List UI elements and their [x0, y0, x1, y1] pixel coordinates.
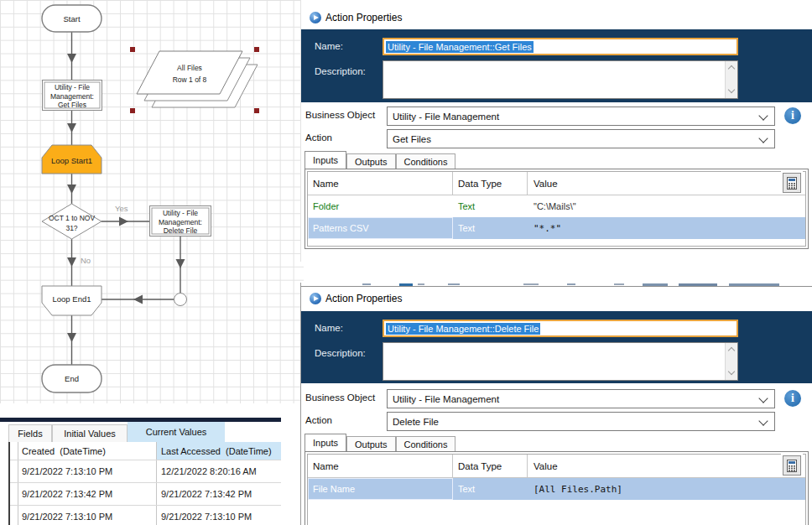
- expression-builder-button[interactable]: [783, 455, 801, 476]
- scroll-down-icon[interactable]: [728, 88, 735, 95]
- action-label: Action: [305, 415, 332, 425]
- chevron-down-icon: [758, 111, 768, 120]
- decision-line1: OCT 1 to NOV: [49, 214, 95, 222]
- arrowhead: [133, 295, 143, 304]
- description-textarea[interactable]: [383, 60, 738, 99]
- name-input-selected-text: Utility - File Management::Get Files: [386, 41, 534, 53]
- info-icon[interactable]: i: [784, 390, 801, 407]
- grid-row[interactable]: 9/21/2022 7:13:42 PM 9/21/2022 7:13:42 P…: [10, 483, 281, 506]
- column-header-created[interactable]: Created (DateTime): [18, 442, 157, 460]
- table-row-file-name[interactable]: File Name Text [All Files.Path]: [308, 478, 805, 500]
- arrowhead: [119, 217, 128, 226]
- tab-inputs[interactable]: Inputs: [304, 434, 346, 451]
- name-label: Name:: [315, 41, 343, 51]
- selection-handle[interactable]: [130, 108, 135, 113]
- inputs-table-inner: Name Data Type Value Folder Text "C:\Mai…: [307, 171, 806, 247]
- param-name[interactable]: File Name: [308, 478, 453, 500]
- flow-node-loop-end[interactable]: Loop End1: [42, 286, 102, 315]
- tab-initial-values[interactable]: Initial Values: [52, 424, 128, 442]
- selection-handle[interactable]: [254, 108, 259, 113]
- selection-handle[interactable]: [254, 47, 259, 52]
- tab-conditions[interactable]: Conditions: [396, 153, 456, 169]
- values-tabs: Fields Initial Values Current Values: [0, 422, 281, 442]
- action-dropdown[interactable]: Get Files: [387, 129, 775, 148]
- business-object-dropdown[interactable]: Utility - File Management: [387, 107, 775, 126]
- flow-node-loop-start[interactable]: Loop Start1: [42, 145, 102, 174]
- name-label: Name:: [315, 323, 343, 333]
- flow-node-get-files[interactable]: Utility - File Management: Get Files: [43, 81, 102, 111]
- description-textarea[interactable]: [383, 342, 738, 381]
- row-header-gutter: [10, 506, 18, 525]
- param-value[interactable]: "*.*": [528, 217, 805, 239]
- description-label: Description:: [315, 348, 366, 358]
- action-properties-icon: [310, 12, 321, 23]
- tab-outputs[interactable]: Outputs: [346, 153, 396, 169]
- param-value[interactable]: [All Files.Path]: [528, 478, 805, 500]
- io-tabs: Inputs Outputs Conditions: [304, 434, 455, 451]
- grid-row[interactable]: 9/21/2022 7:13:10 PM 9/21/2022 7:13:10 P…: [10, 506, 281, 525]
- grid-row[interactable]: 9/21/2022 7:13:10 PM 12/21/2022 8:20:16 …: [10, 460, 281, 483]
- scroll-down-icon[interactable]: [728, 370, 735, 377]
- header-value: Value: [528, 172, 805, 195]
- chevron-down-icon: [758, 393, 768, 403]
- all-files-label-line1: All Files: [177, 64, 202, 72]
- param-data-type: Text: [453, 195, 528, 217]
- process-diagram-canvas[interactable]: Yes No Start All Files Row 1 of 8 Uti: [0, 0, 304, 403]
- scroll-up-icon[interactable]: [728, 346, 735, 353]
- action-label: Action: [305, 133, 332, 143]
- data-item-values-panel: Fields Initial Values Current Values Cre…: [0, 418, 281, 525]
- param-data-type: Text: [453, 217, 528, 239]
- flow-node-all-files-collection[interactable]: All Files Row 1 of 8: [130, 47, 259, 113]
- name-description-panel: Name: Utility - File Management::Get Fil…: [301, 29, 812, 102]
- get-files-line2: Management:: [50, 92, 94, 101]
- chevron-down-icon: [758, 416, 768, 425]
- link-anchor-circle[interactable]: [174, 294, 187, 306]
- business-object-label: Business Object: [305, 110, 375, 120]
- chevron-down-icon: [758, 133, 768, 143]
- tab-outputs[interactable]: Outputs: [346, 436, 396, 451]
- get-files-line1: Utility - File: [55, 83, 90, 91]
- param-name[interactable]: Folder: [308, 195, 453, 217]
- tab-current-values[interactable]: Current Values: [128, 422, 225, 442]
- inputs-table: Name Data Type Value File Name Text [All…: [304, 451, 809, 525]
- calculator-icon: [787, 177, 797, 190]
- header-value: Value: [528, 455, 805, 477]
- column-header-last-accessed[interactable]: Last Accessed (DateTime): [157, 442, 281, 460]
- flow-node-start[interactable]: Start: [42, 5, 102, 32]
- param-name[interactable]: Patterns CSV: [308, 217, 453, 239]
- param-value[interactable]: "C:\Mails\": [528, 195, 805, 217]
- row-header-gutter: [10, 460, 18, 482]
- dialog-title: Action Properties: [325, 293, 402, 304]
- cell-created: 9/21/2022 7:13:10 PM: [18, 460, 157, 482]
- name-input[interactable]: Utility - File Management::Get Files: [383, 38, 738, 55]
- header-name: Name: [308, 172, 453, 195]
- scroll-up-icon[interactable]: [728, 65, 735, 71]
- current-values-grid: Created (DateTime) Last Accessed (DateTi…: [8, 442, 281, 525]
- table-row-patterns-csv[interactable]: Patterns CSV Text "*.*": [308, 217, 805, 239]
- tab-conditions[interactable]: Conditions: [396, 436, 456, 451]
- table-header-row: Name Data Type Value: [308, 455, 805, 478]
- expression-builder-button[interactable]: [783, 173, 801, 193]
- tab-inputs[interactable]: Inputs: [304, 151, 346, 169]
- name-input[interactable]: Utility - File Management::Delete File: [383, 320, 738, 337]
- name-input-selected-text: Utility - File Management::Delete File: [386, 323, 540, 335]
- start-node-label: Start: [63, 14, 80, 23]
- selection-handle[interactable]: [130, 47, 135, 52]
- flow-node-end[interactable]: End: [42, 365, 102, 392]
- description-scrollbar[interactable]: [725, 61, 737, 98]
- flow-node-delete-file[interactable]: Utility - File Management: Delete File: [150, 206, 211, 237]
- info-icon[interactable]: i: [784, 107, 801, 124]
- action-properties-dialog-get-files: Action Properties Name: Utility - File M…: [300, 0, 812, 262]
- io-tabs: Inputs Outputs Conditions: [304, 151, 455, 169]
- action-dropdown[interactable]: Delete File: [387, 412, 775, 431]
- table-row-folder[interactable]: Folder Text "C:\Mails\": [308, 195, 805, 217]
- edge-label-no: No: [81, 256, 91, 265]
- tab-fields[interactable]: Fields: [8, 424, 52, 442]
- flow-node-decision[interactable]: OCT 1 to NOV 31?: [42, 204, 102, 239]
- arrowhead: [67, 257, 76, 267]
- description-scrollbar[interactable]: [725, 343, 737, 380]
- arrowhead: [67, 185, 76, 194]
- edge-label-yes: Yes: [115, 204, 128, 213]
- cell-created: 9/21/2022 7:13:42 PM: [18, 483, 157, 505]
- business-object-dropdown[interactable]: Utility - File Management: [387, 389, 775, 408]
